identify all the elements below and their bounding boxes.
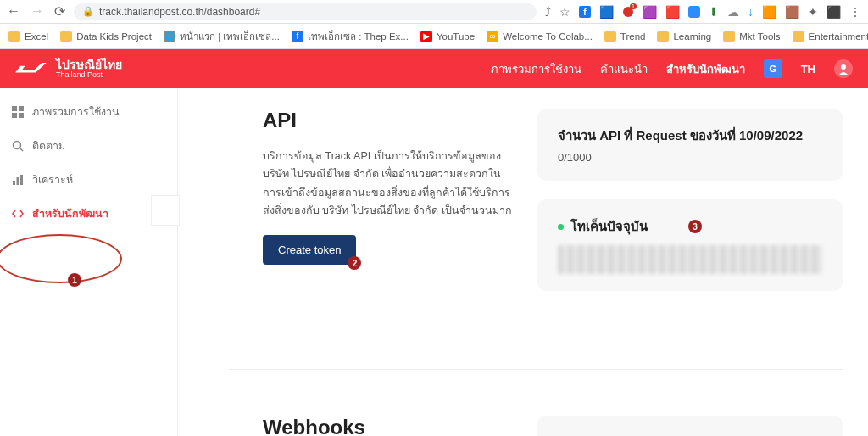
app-header: ไปรษณีย์ไทย Thailand Post ภาพรวมการใช้งา… [0,49,868,88]
url-card: URL ของคุณ [537,416,843,436]
browser-toolbar: ← → ⟳ 🔒 track.thailandpost.co.th/dashboa… [0,0,868,24]
bookmark-item[interactable]: Data Kids Project [60,31,152,42]
url-text: track.thailandpost.co.th/dashboard# [99,6,260,18]
svg-rect-14 [20,175,23,185]
svg-point-10 [14,142,21,149]
bookmark-item[interactable]: Mkt Tools [723,31,780,42]
ext-icon-1[interactable]: 🟦 [599,5,614,19]
divider [229,369,843,370]
bookmark-item[interactable]: fเทพเอ็กเซล : Thep Ex... [292,29,409,44]
svg-rect-9 [19,113,24,118]
ext-zoom-icon[interactable] [688,6,700,18]
svg-rect-6 [12,106,17,111]
annotation-circle-1 [0,234,122,283]
fb-icon: f [292,31,303,42]
bookmark-item[interactable]: Trend [604,31,646,42]
bookmark-item[interactable]: 🌐หน้าแรก | เทพเอ็กเซล... [164,29,280,44]
ext-fb-icon[interactable]: f [579,6,591,18]
yt-icon: ▶ [420,31,432,42]
api-stats-value: 0/1000 [558,151,822,164]
ext-icon-6[interactable]: 🟫 [785,5,799,19]
svg-point-5 [841,64,846,70]
ext-icon-5[interactable]: 🟧 [762,5,776,19]
sidebar-item-analytics[interactable]: วิเคราะห์ [0,163,177,197]
sidebar-item-track[interactable]: ติดตาม [0,129,177,163]
api-stats-card: จำนวน API ที่ Request ของวันที่ 10/09/20… [537,109,843,181]
token-card-title: โทเค็นปัจจุบัน [570,216,648,237]
status-dot-icon [558,224,564,230]
svg-line-11 [20,148,23,151]
main-content: API บริการข้อมูล Track API เป็นการให้บริ… [178,88,868,436]
annotation-badge-1: 1 [68,273,81,287]
star-icon[interactable]: ☆ [559,5,570,19]
ext-cloud-icon[interactable]: ☁ [727,5,739,19]
nav-reload-icon[interactable]: ⟳ [54,3,65,20]
ext-icon-2[interactable]: 🟪 [643,5,657,19]
folder-icon [657,31,669,42]
lock-icon: 🔒 [82,6,94,17]
svg-rect-13 [17,177,19,185]
sidebar-item-label: สำหรับนักพัฒนา [32,205,108,222]
bookmark-item[interactable]: Learning [657,31,711,42]
url-bar[interactable]: 🔒 track.thailandpost.co.th/dashboard# [74,3,537,20]
bookmark-item[interactable]: ▶YouTube [420,31,475,42]
share-icon[interactable]: ⤴ [545,5,551,19]
brand-name-en: Thailand Post [56,71,122,79]
svg-rect-3 [688,6,700,18]
bookmark-item[interactable]: Excel [8,31,48,42]
ext-puzzle-icon[interactable]: ✦ [808,5,818,19]
url-card-title: URL ของคุณ [558,433,822,436]
ext-download-icon[interactable]: ⬇ [709,5,719,19]
nav-back-icon[interactable]: ← [7,3,20,20]
folder-icon [793,31,804,42]
ext-profile-icon[interactable]: ⬛ [826,5,841,19]
colab-icon: ∞ [487,31,498,42]
sidebar-item-label: วิเคราะห์ [32,171,73,188]
folder-icon [604,31,616,42]
api-stats-title: จำนวน API ที่ Request ของวันที่ 10/09/20… [558,126,822,146]
token-card: โทเค็นปัจจุบัน 3 [537,199,843,291]
folder-icon [8,31,20,42]
nav-guide[interactable]: คำแนะนำ [600,60,648,78]
svg-rect-8 [12,113,17,118]
brand[interactable]: ไปรษณีย์ไทย Thailand Post [15,59,122,79]
ext-icon-3[interactable]: 🟥 [665,5,680,19]
lang-switch[interactable]: TH [801,63,815,75]
annotation-badge-3: 3 [688,220,702,233]
ext-icon-4[interactable]: ↓ [748,5,754,19]
active-marker [151,195,180,226]
brand-name-th: ไปรษณีย์ไทย [56,59,122,71]
bookmark-item[interactable]: Entertainment [793,31,868,42]
translate-icon[interactable]: G [764,59,782,78]
sidebar-item-label: ติดตาม [32,137,65,154]
sidebar-item-developers[interactable]: สำหรับนักพัฒนา [0,197,177,231]
section-title-api: API [263,109,517,132]
nav-developers[interactable]: สำหรับนักพัฒนา [666,60,745,78]
search-icon [12,140,24,152]
nav-forward-icon[interactable]: → [31,3,44,20]
sidebar-item-label: ภาพรวมการใช้งาน [32,103,120,120]
token-value-blurred [558,245,822,274]
create-token-button[interactable]: Create token [263,235,356,265]
folder-icon [723,31,735,42]
ext-bell-icon[interactable]: 1 [622,6,634,18]
sidebar-item-overview[interactable]: ภาพรวมการใช้งาน [0,95,177,129]
annotation-badge-2: 2 [348,256,361,270]
bookmarks-bar: Excel Data Kids Project 🌐หน้าแรก | เทพเอ… [0,24,868,49]
nav-overview[interactable]: ภาพรวมการใช้งาน [491,60,581,78]
user-avatar-icon[interactable] [834,59,853,78]
chart-icon [12,174,24,186]
sidebar: ภาพรวมการใช้งาน ติดตาม วิเคราะห์ สำหรับน… [0,88,178,436]
svg-rect-12 [13,181,15,185]
brand-logo-icon [15,59,47,78]
bookmark-item[interactable]: ∞Welcome To Colab... [487,31,593,42]
section-title-webhooks: Webhooks [263,416,517,436]
svg-marker-4 [15,63,47,72]
api-description: บริการข้อมูล Track API เป็นการให้บริการข… [263,148,517,220]
globe-icon: 🌐 [164,31,175,42]
folder-icon [60,31,72,42]
browser-menu-icon[interactable]: ⋮ [849,5,861,19]
code-icon [12,208,24,220]
svg-rect-7 [19,106,24,111]
grid-icon [12,106,24,118]
